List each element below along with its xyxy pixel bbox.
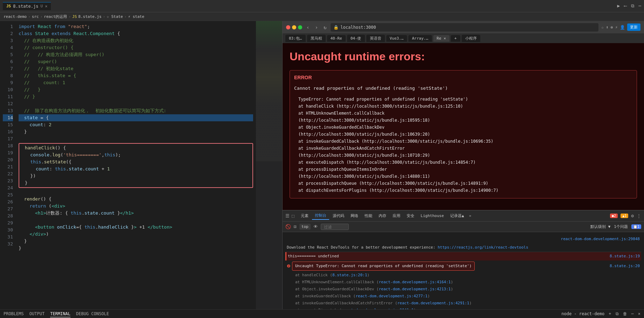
editor-toolbar: ▶ ⟵ ⧉ ⋯ [617, 3, 641, 9]
error-content[interactable]: Uncaught runtime errors: ERROR Cannot re… [283, 43, 644, 210]
code-line-8: // this.state = { [19, 72, 253, 79]
default-level-dropdown[interactable]: 默认级别 ▼ [590, 224, 610, 229]
code-line-16: } [19, 128, 253, 135]
eye-icon[interactable]: 👁 [313, 224, 318, 229]
file-ref-1[interactable]: 8.state.js:19 [610, 253, 640, 260]
puzzle-icon[interactable]: ⚡ [615, 25, 618, 30]
btab-new[interactable]: + [451, 35, 460, 42]
code-line-30: </div>) [19, 231, 253, 238]
close-terminal-btn[interactable]: × [638, 311, 640, 316]
line-numbers: 12345 678910 111213 14 1516171819 202122… [0, 21, 16, 309]
console-filter-input[interactable] [321, 224, 349, 230]
issues-badge: 📋1 [631, 224, 641, 229]
btab-1[interactable]: 黑马程 [307, 35, 326, 42]
devtools-link[interactable]: https://reactjs.org/link/react-devtools [438, 245, 528, 250]
code-line-24 [19, 189, 253, 196]
file-ref-2[interactable]: 8.state.js:20 [610, 263, 640, 270]
btab-3[interactable]: 04-使 [347, 35, 365, 42]
code-line-9: // count: 1 [19, 79, 253, 86]
split-terminal-btn[interactable]: ⧉ [616, 311, 619, 316]
browser-panel: ‹ › ↻ 🔒 localhost:3000 ☆ ⬆ ⊕ ⚡ 👤 更新 03:包… [282, 21, 644, 309]
btab-miniprogram[interactable]: 小程序 [462, 35, 480, 42]
browser-chrome: ‹ › ↻ 🔒 localhost:3000 ☆ ⬆ ⊕ ⚡ 👤 更新 [283, 21, 644, 33]
devtools-vertical-dots[interactable]: ⋮ [637, 213, 641, 218]
tab-bar: JS 8.state.js U × ▶ ⟵ ⧉ ⋯ [0, 0, 644, 12]
code-line-23: } [19, 180, 252, 187]
browser-dots [286, 25, 302, 29]
code-content[interactable]: import React from "react"; class State e… [16, 21, 256, 309]
btm-tab-problems[interactable]: PROBLEMS [4, 311, 24, 317]
code-line-18: handleClick() { [19, 144, 252, 151]
url-bar[interactable]: 🔒 localhost:3000 [331, 23, 598, 32]
code-line-2: class State extends React.Component { [19, 30, 253, 37]
add-terminal-btn[interactable]: + [609, 311, 611, 316]
code-line-15: count: 2 [19, 121, 253, 128]
code-line-4: // constructor() { [19, 44, 253, 51]
share-icon[interactable]: ⬆ [606, 25, 608, 30]
dtab-memory[interactable]: 内存 [376, 212, 389, 219]
btab-4[interactable]: 英语音 [366, 35, 385, 42]
run-icon[interactable]: ▶ [617, 3, 620, 9]
js-icon: JS [6, 4, 11, 8]
dtab-elements[interactable]: 元素 [298, 212, 311, 219]
dtab-lighthouse[interactable]: Lighthouse [418, 212, 447, 219]
dtab-more[interactable]: » [468, 212, 473, 219]
btab-6[interactable]: Array.… [408, 35, 432, 42]
dtab-source[interactable]: 源代码 [330, 212, 347, 219]
minimap [256, 21, 282, 309]
file-tab[interactable]: JS 8.state.js U × [3, 2, 51, 10]
back-icon[interactable]: ⟵ [624, 3, 627, 9]
dot-red[interactable] [286, 25, 290, 29]
issues-count[interactable]: 1个问题 [614, 224, 628, 229]
btab-active[interactable]: Re × [433, 35, 450, 42]
dtab-network[interactable]: 网络 [348, 212, 361, 219]
star-icon[interactable]: ☆ [601, 25, 604, 30]
error-badge-count: ●2 [610, 214, 618, 218]
nav-refresh-btn[interactable]: ↻ [322, 24, 328, 31]
bookmark-icon[interactable]: ⊕ [611, 25, 613, 30]
btab-0[interactable]: 03:包… [285, 35, 306, 42]
more-icon[interactable]: ⋯ [638, 3, 641, 9]
settings-icon[interactable]: ⚙ [631, 213, 634, 218]
nav-forward-btn[interactable]: › [313, 24, 319, 31]
btab-5[interactable]: Vue3.… [386, 35, 407, 42]
more-terminal-btn[interactable]: ⋯ [631, 311, 634, 316]
handle-click-box: handleClick() { console.log('this=======… [19, 143, 253, 188]
console-output[interactable]: react-dom-dom.development.js:29848 Downl… [283, 232, 644, 309]
error-highlight-text: Uncaught TypeError: Cannot read properti… [292, 262, 475, 271]
lock-icon: 🔒 [333, 25, 339, 30]
warn-badge-count: ▲1 [621, 214, 628, 218]
code-line-11: // } [19, 93, 253, 100]
browser-nav: ‹ › ↻ [305, 24, 328, 31]
code-line-7: // // 初始化state [19, 65, 253, 72]
nav-back-btn[interactable]: ‹ [305, 24, 311, 31]
dot-yellow[interactable] [292, 25, 296, 29]
btab-2[interactable]: 40-Re [327, 35, 346, 42]
bottom-tabs: PROBLEMS OUTPUT TERMINAL DEBUG CONSOLE [4, 311, 109, 317]
dtab-security[interactable]: 安全 [404, 212, 417, 219]
clear-icon[interactable]: 🚫 [285, 224, 291, 229]
console-devtools-hint: react-dom-dom.development.js:29848 [285, 235, 641, 243]
btm-tab-terminal[interactable]: TERMINAL [50, 311, 70, 317]
tab-close[interactable]: × [45, 4, 47, 9]
dtab-performance[interactable]: 性能 [362, 212, 375, 219]
dtab-application[interactable]: 应用 [390, 212, 403, 219]
devtools-inspect-icon[interactable]: ⬚ [292, 213, 294, 218]
btm-tab-output[interactable]: OUTPUT [29, 311, 45, 317]
dtab-recorder[interactable]: 记录器▲ [447, 212, 467, 219]
user-icon[interactable]: 👤 [620, 25, 625, 30]
filter-icon[interactable]: ⊡ [294, 224, 297, 229]
dot-green[interactable] [298, 25, 302, 29]
devtools-toggle-icon[interactable]: ☰ [285, 213, 290, 218]
code-line-26: return (<div> [19, 203, 253, 210]
top-dropdown[interactable]: top [299, 224, 311, 230]
split-icon[interactable]: ⧉ [631, 3, 634, 9]
code-line-6: // super() [19, 58, 253, 65]
code-line-3: // 在构造函数内初始化 [19, 37, 253, 44]
trash-btn[interactable]: 🗑 [623, 311, 627, 316]
code-line-31: } [19, 238, 253, 245]
update-button[interactable]: 更新 [627, 23, 640, 31]
dtab-console[interactable]: 控制台 [312, 212, 329, 220]
btm-tab-debug[interactable]: DEBUG CONSOLE [76, 311, 109, 317]
code-line-28 [19, 217, 253, 224]
